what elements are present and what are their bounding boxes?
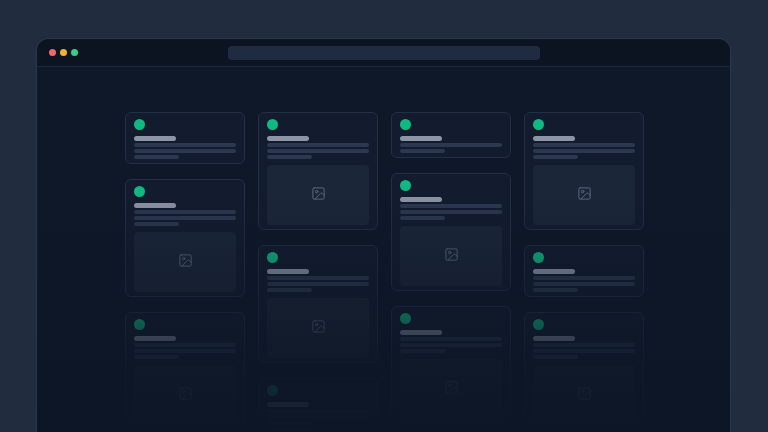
- feed-card[interactable]: [524, 245, 644, 297]
- skeleton-text-line: [134, 143, 236, 147]
- skeleton-text-line: [134, 216, 236, 220]
- skeleton-text-line-short: [400, 216, 445, 220]
- page-background: [0, 0, 768, 432]
- window-maximize-button[interactable]: [71, 49, 78, 56]
- skeleton-text-line: [134, 343, 236, 347]
- status-dot: [533, 119, 544, 130]
- skeleton-text-line: [400, 343, 502, 347]
- status-dot: [533, 252, 544, 263]
- feed-card[interactable]: [391, 306, 511, 424]
- feed-card[interactable]: [258, 112, 378, 230]
- feed-card[interactable]: [125, 179, 245, 297]
- browser-window: [36, 38, 731, 432]
- skeleton-text-line: [533, 343, 635, 347]
- skeleton-text-line: [533, 349, 635, 353]
- image-icon: [178, 386, 193, 405]
- status-dot: [267, 119, 278, 130]
- skeleton-text-line-short: [533, 288, 578, 292]
- skeleton-text-line: [533, 282, 635, 286]
- skeleton-text-line-short: [267, 155, 312, 159]
- skeleton-title-line: [533, 136, 575, 141]
- feed-card[interactable]: [258, 245, 378, 363]
- skeleton-title-line: [400, 330, 442, 335]
- skeleton-text-line: [400, 210, 502, 214]
- skeleton-text-line: [267, 415, 369, 419]
- skeleton-title-line: [267, 136, 309, 141]
- feed-card[interactable]: [524, 312, 644, 430]
- skeleton-title-line: [134, 336, 176, 341]
- skeleton-title-line: [267, 269, 309, 274]
- skeleton-text-line-short: [134, 222, 179, 226]
- image-icon: [444, 247, 459, 266]
- image-placeholder: [267, 298, 369, 358]
- feed-column-4: [524, 112, 644, 430]
- feed-column-1: [125, 112, 245, 430]
- skeleton-text-line-short: [533, 155, 578, 159]
- feed-column-3: [391, 112, 511, 430]
- image-icon: [311, 186, 326, 205]
- skeleton-text-line: [267, 282, 369, 286]
- traffic-lights: [37, 49, 78, 56]
- skeleton-text-line: [400, 143, 502, 147]
- skeleton-title-line: [400, 136, 442, 141]
- skeleton-text-line-short: [134, 155, 179, 159]
- skeleton-text-line: [267, 276, 369, 280]
- skeleton-text-line: [134, 349, 236, 353]
- feed-grid: [37, 67, 730, 430]
- skeleton-text-line: [267, 149, 369, 153]
- skeleton-text-line: [267, 143, 369, 147]
- skeleton-title-line: [533, 269, 575, 274]
- skeleton-text-line: [134, 149, 236, 153]
- skeleton-title-line: [533, 336, 575, 341]
- skeleton-title-line: [400, 197, 442, 202]
- feed-card[interactable]: [125, 312, 245, 430]
- feed-card[interactable]: [258, 378, 378, 430]
- image-placeholder: [267, 165, 369, 225]
- feed-card[interactable]: [391, 112, 511, 158]
- image-icon: [444, 380, 459, 399]
- skeleton-text-line-short: [400, 349, 445, 353]
- status-dot: [134, 186, 145, 197]
- skeleton-title-line: [267, 402, 309, 407]
- skeleton-text-line: [400, 204, 502, 208]
- image-icon: [178, 253, 193, 272]
- feed-card[interactable]: [391, 173, 511, 291]
- image-icon: [577, 186, 592, 205]
- image-placeholder: [400, 359, 502, 419]
- image-placeholder: [134, 365, 236, 425]
- status-dot: [400, 180, 411, 191]
- skeleton-text-line: [533, 143, 635, 147]
- skeleton-title-line: [134, 136, 176, 141]
- skeleton-text-line-short: [400, 149, 445, 153]
- image-placeholder: [400, 226, 502, 286]
- feed-card[interactable]: [524, 112, 644, 230]
- window-minimize-button[interactable]: [60, 49, 67, 56]
- skeleton-text-line: [533, 149, 635, 153]
- feed-card[interactable]: [125, 112, 245, 164]
- browser-topbar: [37, 39, 730, 67]
- skeleton-text-line-short: [533, 355, 578, 359]
- skeleton-text-line-short: [267, 288, 312, 292]
- url-bar[interactable]: [228, 46, 540, 60]
- image-icon: [311, 319, 326, 338]
- status-dot: [267, 385, 278, 396]
- status-dot: [134, 119, 145, 130]
- image-placeholder: [134, 232, 236, 292]
- skeleton-text-line: [267, 409, 369, 413]
- feed-column-2: [258, 112, 378, 430]
- skeleton-text-line-short: [134, 355, 179, 359]
- window-close-button[interactable]: [49, 49, 56, 56]
- skeleton-text-line: [400, 337, 502, 341]
- status-dot: [533, 319, 544, 330]
- status-dot: [267, 252, 278, 263]
- image-placeholder: [533, 165, 635, 225]
- status-dot: [400, 119, 411, 130]
- image-placeholder: [533, 365, 635, 425]
- skeleton-text-line: [533, 276, 635, 280]
- status-dot: [134, 319, 145, 330]
- skeleton-text-line-short: [267, 421, 312, 425]
- skeleton-text-line: [134, 210, 236, 214]
- image-icon: [577, 386, 592, 405]
- status-dot: [400, 313, 411, 324]
- skeleton-title-line: [134, 203, 176, 208]
